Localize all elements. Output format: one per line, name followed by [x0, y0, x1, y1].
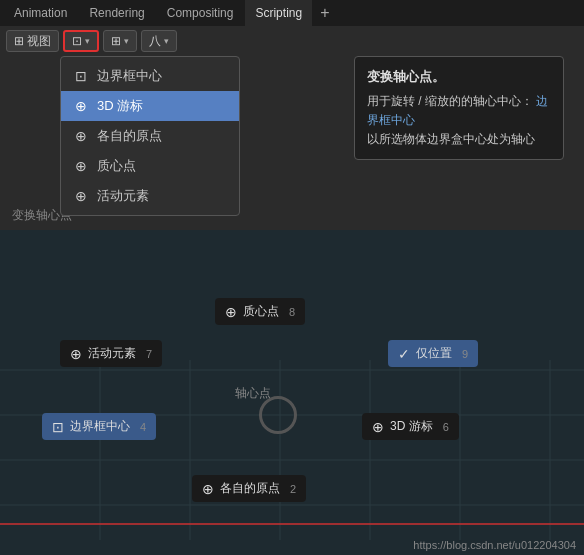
view-icon: ⊞	[14, 34, 24, 48]
median-pie-icon: ⊕	[225, 304, 237, 320]
cursor-pie-icon: ⊕	[372, 419, 384, 435]
location-pie-label: 仅位置	[416, 345, 452, 362]
bbox-pie-icon: ⊡	[52, 419, 64, 435]
cursor-pie-label: 3D 游标	[390, 418, 433, 435]
tooltip-title: 变换轴心点。	[367, 67, 551, 88]
active-pie-label: 活动元素	[88, 345, 136, 362]
dropdown-item-median[interactable]: ⊕ 质心点	[61, 151, 239, 181]
pie-item-location[interactable]: ✓ 仅位置 9	[388, 340, 478, 367]
active-pie-icon: ⊕	[70, 346, 82, 362]
bottom-url: https://blog.csdn.net/u012204304	[413, 539, 576, 551]
snap-icon: ⊞	[111, 34, 121, 48]
pie-item-bbox[interactable]: ⊡ 边界框中心 4	[42, 413, 156, 440]
median-icon: ⊕	[73, 158, 89, 174]
bbox-label: 边界框中心	[97, 67, 162, 85]
tooltip-line1: 用于旋转 / 缩放的的轴心中心： 边界框中心	[367, 92, 551, 130]
tab-rendering[interactable]: Rendering	[79, 0, 154, 26]
individual-pie-label: 各自的原点	[220, 480, 280, 497]
tab-animation[interactable]: Animation	[4, 0, 77, 26]
tab-bar: Animation Rendering Compositing Scriptin…	[0, 0, 584, 26]
tooltip-line2: 以所选物体边界盒中心处为轴心	[367, 130, 551, 149]
pivot-chevron: ▾	[85, 36, 90, 46]
location-pie-icon: ✓	[398, 346, 410, 362]
pivot-button[interactable]: ⊡ ▾	[63, 30, 99, 52]
individual-icon: ⊕	[73, 128, 89, 144]
bottom-section: 轴心点 ⊕ 质心点 8 ✓ 仅位置 9 ⊕ 活动元素 7 ⊡ 边界框中心 4 ⊕…	[0, 230, 584, 555]
pie-item-individual[interactable]: ⊕ 各自的原点 2	[192, 475, 306, 502]
dropdown-item-cursor[interactable]: ⊕ 3D 游标	[61, 91, 239, 121]
proportional-icon: 八	[149, 33, 161, 50]
tooltip-box: 变换轴心点。 用于旋转 / 缩放的的轴心中心： 边界框中心 以所选物体边界盒中心…	[354, 56, 564, 160]
active-label: 活动元素	[97, 187, 149, 205]
view-label: 视图	[27, 33, 51, 50]
pie-item-cursor[interactable]: ⊕ 3D 游标 6	[362, 413, 459, 440]
dropdown-item-individual[interactable]: ⊕ 各自的原点	[61, 121, 239, 151]
red-line	[0, 523, 584, 525]
bbox-pie-label: 边界框中心	[70, 418, 130, 435]
proportional-chevron: ▾	[164, 36, 169, 46]
snap-chevron: ▾	[124, 36, 129, 46]
top-section: Animation Rendering Compositing Scriptin…	[0, 0, 584, 230]
cursor-icon: ⊕	[73, 98, 89, 114]
pivot-dropdown: ⊡ 边界框中心 ⊕ 3D 游标 ⊕ 各自的原点 ⊕ 质心点 ⊕ 活动元素	[60, 56, 240, 216]
median-pie-label: 质心点	[243, 303, 279, 320]
dropdown-item-bbox[interactable]: ⊡ 边界框中心	[61, 61, 239, 91]
active-pie-num: 7	[146, 348, 152, 360]
location-pie-num: 9	[462, 348, 468, 360]
tab-compositing[interactable]: Compositing	[157, 0, 244, 26]
tab-add-button[interactable]: +	[314, 4, 335, 22]
bbox-icon: ⊡	[73, 68, 89, 84]
individual-pie-icon: ⊕	[202, 481, 214, 497]
cursor-label: 3D 游标	[97, 97, 143, 115]
median-pie-num: 8	[289, 306, 295, 318]
dropdown-item-active[interactable]: ⊕ 活动元素	[61, 181, 239, 211]
active-icon: ⊕	[73, 188, 89, 204]
individual-label: 各自的原点	[97, 127, 162, 145]
median-label: 质心点	[97, 157, 136, 175]
pie-item-active[interactable]: ⊕ 活动元素 7	[60, 340, 162, 367]
view-button[interactable]: ⊞ 视图	[6, 30, 59, 52]
grid-overlay	[0, 230, 584, 555]
pivot-icon: ⊡	[72, 34, 82, 48]
proportional-button[interactable]: 八 ▾	[141, 30, 177, 52]
snap-button[interactable]: ⊞ ▾	[103, 30, 137, 52]
pie-item-median[interactable]: ⊕ 质心点 8	[215, 298, 305, 325]
cursor-pie-num: 6	[443, 421, 449, 433]
bbox-pie-num: 4	[140, 421, 146, 433]
individual-pie-num: 2	[290, 483, 296, 495]
pivot-center-circle	[259, 396, 297, 434]
toolbar: ⊞ 视图 ⊡ ▾ ⊞ ▾ 八 ▾	[0, 26, 584, 56]
tab-scripting[interactable]: Scripting	[245, 0, 312, 26]
